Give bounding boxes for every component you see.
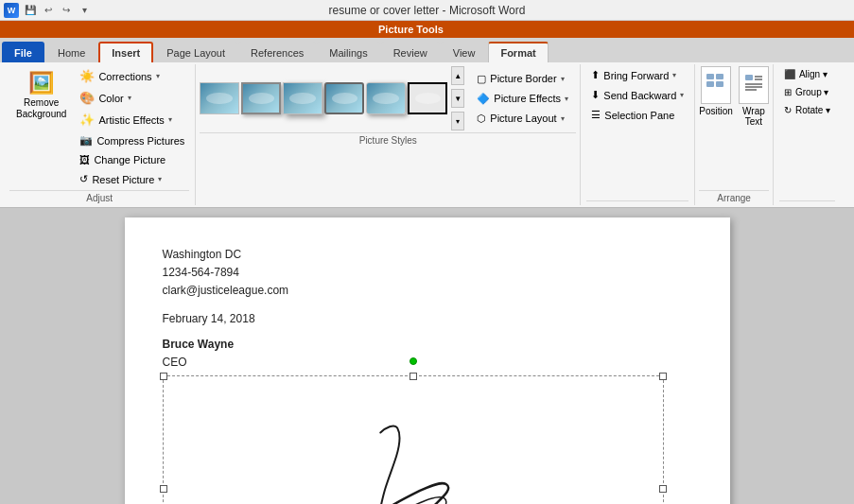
tab-bar: File Home Insert Page Layout References … [0,38,854,62]
picture-styles-group: ▲ ▼ ▾ ▢ Picture Border ▾ 🔷 Picture Effec… [196,64,581,205]
reset-dropdown-arrow: ▾ [158,175,162,183]
tab-home[interactable]: Home [45,42,97,62]
picture-layout-icon: ⬡ [477,113,486,125]
bring-forward-icon: ⬆ [591,69,600,81]
wrap-text-button[interactable] [739,66,769,104]
handle-mid-left[interactable] [160,485,167,493]
ps-scroll-more[interactable]: ▾ [451,112,464,130]
change-picture-button[interactable]: 🖼 Change Picture [75,151,189,168]
position-button[interactable] [701,66,731,104]
send-backward-arrow: ▾ [680,91,684,99]
corrections-dropdown-arrow: ▾ [156,72,160,80]
ps-thumbs-container [200,82,447,114]
recipient-title: CEO [163,354,692,372]
reset-icon: ↺ [79,173,88,185]
align-button[interactable]: ⬛ Align ▾ [779,66,835,82]
phone-line: 1234-564-7894 [163,264,692,282]
ps-thumb-2[interactable] [241,82,281,114]
tab-format[interactable]: Format [488,42,548,62]
group-button[interactable]: ⊞ Group ▾ [779,84,835,100]
send-backward-button[interactable]: ⬇ Send Backward ▾ [586,86,688,104]
position-icon [705,72,727,98]
selection-pane-button[interactable]: ☰ Selection Pane [586,106,688,124]
ps-right-btns: ▢ Picture Border ▾ 🔷 Picture Effects ▾ ⬡… [472,70,576,128]
arrange-extra: ⬛ Align ▾ ⊞ Group ▾ ↻ Rotate ▾ [774,64,841,205]
handle-top-left[interactable] [160,373,167,380]
color-icon: 🎨 [79,91,95,105]
signature-svg [164,376,663,504]
bring-forward-arrow: ▾ [672,71,676,79]
compress-pictures-button[interactable]: 📷 Compress Pictures [75,131,189,149]
arrange-extra-row: ⬛ Align ▾ ⊞ Group ▾ ↻ Rotate ▾ [779,66,835,199]
rotate-button[interactable]: ↻ Rotate ▾ [779,102,835,118]
align-icon: ⬛ [784,69,795,79]
artistic-icon: ✨ [79,113,95,127]
adjust-right-col: ☀️ Corrections ▾ 🎨 Color ▾ ✨ Artistic Ef… [75,66,189,188]
adjust-group: 🖼️ RemoveBackground ☀️ Corrections ▾ 🎨 C… [4,64,196,205]
tab-review[interactable]: Review [381,42,440,62]
position-label: Position [699,106,733,116]
selection-pane-icon: ☰ [591,109,601,121]
undo-quick-btn[interactable]: ↩ [41,3,56,18]
rotate-handle[interactable] [410,357,417,365]
remove-bg-icon: 🖼️ [28,71,54,96]
group-icon: ⊞ [784,87,792,97]
redo-quick-btn[interactable]: ↪ [59,3,74,18]
command-ribbon: 🖼️ RemoveBackground ☀️ Corrections ▾ 🎨 C… [0,62,854,208]
color-button[interactable]: 🎨 Color ▾ [75,88,189,108]
tab-view[interactable]: View [441,42,488,62]
remove-background-button[interactable]: 🖼️ RemoveBackground [9,66,73,125]
remove-bg-label: RemoveBackground [16,97,66,120]
save-quick-btn[interactable]: 💾 [23,3,38,18]
handle-top-center[interactable] [410,373,417,380]
corrections-icon: ☀️ [79,69,95,83]
address-line: Washington DC [163,246,692,264]
tab-mailings[interactable]: Mailings [317,42,379,62]
svg-rect-4 [745,75,753,80]
svg-rect-0 [706,74,714,79]
handle-top-right[interactable] [659,373,667,380]
artistic-effects-button[interactable]: ✨ Artistic Effects ▾ [75,110,189,130]
ps-scroll-down[interactable]: ▼ [451,89,464,108]
ps-scroll: ▲ ▼ ▾ [451,66,464,130]
ps-thumb-6[interactable] [408,82,447,114]
arrange-extra-group-label [779,200,835,203]
picture-styles-row: ▲ ▼ ▾ ▢ Picture Border ▾ 🔷 Picture Effec… [200,66,576,130]
arrange-content: ⬆ Bring Forward ▾ ⬇ Send Backward ▾ ☰ Se… [586,66,688,199]
artistic-dropdown-arrow: ▾ [168,115,172,124]
tab-references[interactable]: References [238,42,316,62]
arrange-forward-group: ⬆ Bring Forward ▾ ⬇ Send Backward ▾ ☰ Se… [581,64,695,205]
tab-page-layout[interactable]: Page Layout [154,42,237,62]
picture-border-button[interactable]: ▢ Picture Border ▾ [472,70,576,88]
compress-icon: 📷 [79,134,93,147]
word-icon: W [4,3,19,18]
ps-thumb-4[interactable] [324,82,364,114]
corrections-button[interactable]: ☀️ Corrections ▾ [75,66,189,86]
wrap-text-label: WrapText [742,106,765,127]
wrap-text-icon [742,72,765,98]
ps-thumb-3[interactable] [283,82,322,114]
bring-forward-button[interactable]: ⬆ Bring Forward ▾ [586,66,688,84]
window-title: resume or cover letter - Microsoft Word [329,4,526,17]
svg-rect-3 [716,81,723,87]
arrange-extra-label [586,200,688,203]
picture-effects-arrow: ▾ [565,95,568,103]
ps-thumb-5[interactable] [366,82,406,114]
picture-layout-button[interactable]: ⬡ Picture Layout ▾ [472,110,576,128]
signature-image-container[interactable]: ✛ [163,375,664,504]
reset-picture-button[interactable]: ↺ Reset Picture ▾ [75,170,189,188]
tab-file[interactable]: File [2,42,44,62]
arrange-btn-col: ⬛ Align ▾ ⊞ Group ▾ ↻ Rotate ▾ [779,66,835,199]
recipient-name: Bruce Wayne [163,336,692,354]
document-content: Washington DC 1234-564-7894 clark@justic… [163,246,692,372]
quick-access-toolbar: 💾 ↩ ↪ ▾ [23,3,92,18]
ps-scroll-up[interactable]: ▲ [451,66,464,85]
picture-effects-button[interactable]: 🔷 Picture Effects ▾ [472,90,576,108]
rotate-icon: ↻ [784,105,792,115]
ps-thumb-1[interactable] [200,82,239,114]
handle-mid-right[interactable] [659,485,667,493]
tab-insert[interactable]: Insert [98,42,153,62]
customize-quick-btn[interactable]: ▾ [77,3,92,18]
svg-rect-2 [706,81,714,87]
picture-styles-label: Picture Styles [200,132,576,146]
